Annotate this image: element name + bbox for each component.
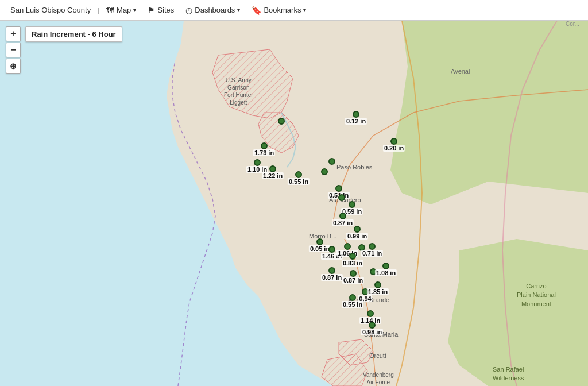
station-dot-s8[interactable] bbox=[353, 111, 359, 118]
station-dot-s11[interactable] bbox=[338, 194, 345, 201]
map-icon: 🗺 bbox=[106, 6, 114, 15]
sites-icon: ⚑ bbox=[148, 6, 155, 15]
nav-sites[interactable]: ⚑ Sites bbox=[143, 3, 179, 17]
zoom-out-button[interactable]: − bbox=[6, 43, 21, 57]
nav-sep1: | bbox=[98, 7, 99, 14]
nav-county[interactable]: San Luis Obispo County bbox=[6, 3, 95, 17]
bookmarks-icon: 🔖 bbox=[252, 6, 261, 15]
station-dot-s13[interactable] bbox=[339, 213, 346, 219]
nav-map-label: Map bbox=[117, 6, 131, 14]
map-controls: + − ⊕ bbox=[6, 26, 21, 74]
nav-dashboards-label: Dashboards bbox=[195, 6, 235, 14]
station-dot-s2[interactable] bbox=[261, 142, 268, 149]
map-label-text: Rain Increment - 6 Hour bbox=[32, 30, 116, 38]
station-dot-s7[interactable] bbox=[328, 158, 335, 165]
map-container[interactable]: + − ⊕ Rain Increment - 6 Hour U.S. ArmyG… bbox=[0, 21, 588, 386]
station-dot-s27[interactable] bbox=[374, 281, 381, 288]
station-dot-s9[interactable] bbox=[390, 138, 397, 145]
station-dot-s1[interactable] bbox=[278, 118, 285, 125]
station-dot-s16[interactable] bbox=[328, 246, 335, 253]
map-svg bbox=[0, 21, 588, 386]
dashboards-caret-icon: ▾ bbox=[237, 7, 240, 13]
bookmarks-caret-icon: ▾ bbox=[303, 7, 306, 13]
nav-bookmarks[interactable]: 🔖 Bookmarks ▾ bbox=[247, 3, 311, 17]
station-dot-s20[interactable] bbox=[349, 253, 356, 260]
station-dot-s6[interactable] bbox=[321, 168, 328, 175]
station-dot-s23[interactable] bbox=[370, 268, 377, 275]
map-caret-icon: ▾ bbox=[133, 7, 136, 13]
station-dot-s18[interactable] bbox=[358, 244, 365, 251]
station-dot-s10[interactable] bbox=[335, 185, 342, 192]
station-dot-s21[interactable] bbox=[328, 267, 335, 274]
station-dot-s26[interactable] bbox=[349, 294, 356, 301]
nav-bookmarks-label: Bookmarks bbox=[264, 6, 301, 14]
station-dot-s4[interactable] bbox=[269, 165, 276, 172]
navbar: San Luis Obispo County | 🗺 Map ▾ ⚑ Sites… bbox=[0, 0, 588, 21]
locate-button[interactable]: ⊕ bbox=[6, 59, 21, 74]
station-dot-s5[interactable] bbox=[295, 171, 302, 178]
station-dot-s25[interactable] bbox=[362, 288, 369, 295]
zoom-in-button[interactable]: + bbox=[6, 26, 21, 41]
station-dot-s22[interactable] bbox=[350, 270, 357, 277]
station-dot-s3[interactable] bbox=[254, 159, 261, 166]
station-dot-s17[interactable] bbox=[344, 243, 351, 250]
station-dot-s28[interactable] bbox=[367, 310, 374, 317]
map-label: Rain Increment - 6 Hour bbox=[25, 26, 122, 42]
nav-dashboards[interactable]: ◷ Dashboards ▾ bbox=[181, 3, 245, 17]
nav-county-label: San Luis Obispo County bbox=[10, 6, 91, 14]
station-dot-s15[interactable] bbox=[316, 238, 323, 245]
station-dot-s14[interactable] bbox=[354, 226, 361, 233]
dashboards-icon: ◷ bbox=[185, 6, 192, 15]
station-dot-s12[interactable] bbox=[349, 201, 355, 208]
nav-sites-label: Sites bbox=[157, 6, 174, 14]
nav-map[interactable]: 🗺 Map ▾ bbox=[102, 3, 141, 17]
map-background bbox=[0, 21, 588, 386]
station-dot-s19[interactable] bbox=[369, 243, 376, 250]
station-dot-s29[interactable] bbox=[369, 322, 376, 329]
station-dot-s24[interactable] bbox=[382, 263, 389, 269]
